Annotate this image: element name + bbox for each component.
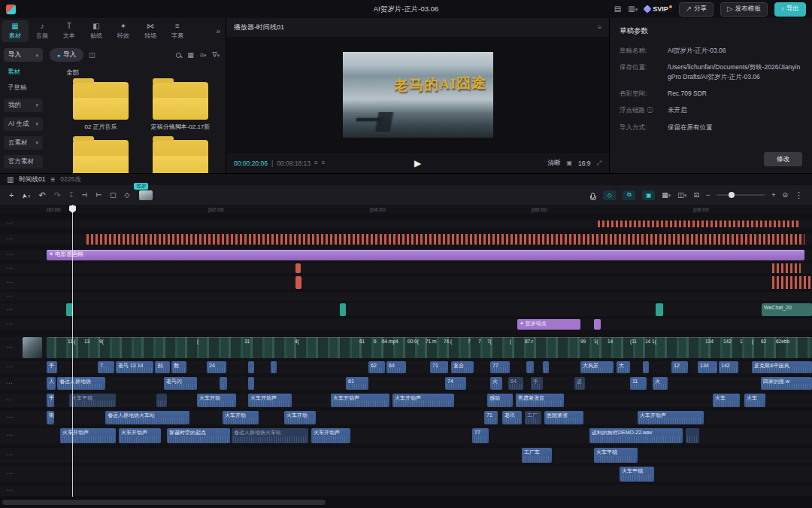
timeline-clip[interactable]: 71 bbox=[484, 411, 498, 424]
timeline-clip[interactable]: 人 bbox=[47, 377, 56, 390]
timeline-clip[interactable] bbox=[220, 377, 227, 390]
timeline-clip[interactable] bbox=[772, 276, 812, 289]
sort-icon[interactable]: ≡▾ bbox=[200, 52, 207, 59]
timeline-scrollbar[interactable] bbox=[0, 497, 812, 508]
timeline-clip[interactable] bbox=[594, 319, 601, 330]
import-button[interactable]: ●导入 bbox=[50, 48, 83, 62]
timeline-clip[interactable] bbox=[656, 303, 663, 316]
timeline-clip[interactable]: 64 bbox=[508, 377, 523, 390]
fullscreen-icon[interactable]: ⤢ bbox=[597, 160, 601, 167]
track-handle[interactable]: ⋯ bbox=[6, 397, 14, 403]
timeline-clip[interactable]: 大 bbox=[617, 361, 630, 373]
timeline-menu-icon[interactable]: ≡ bbox=[50, 176, 55, 184]
track-handle[interactable]: ⋯ bbox=[6, 293, 14, 300]
tab-text[interactable]: T文本 bbox=[56, 20, 83, 42]
tab-audio[interactable]: ♪音频 bbox=[29, 20, 56, 42]
timeline-clip[interactable]: 别. bbox=[155, 361, 170, 373]
timeline-clip[interactable]: 工厂 bbox=[525, 411, 541, 424]
zoom-out-button[interactable]: − bbox=[706, 192, 710, 199]
zoom-slider-knob[interactable] bbox=[729, 192, 735, 198]
timeline-clip[interactable]: 火车平稳 bbox=[594, 448, 638, 463]
timeline-clip[interactable]: 数 bbox=[171, 361, 186, 373]
track-handle[interactable]: ⋯ bbox=[6, 414, 14, 421]
scrollbar-thumb[interactable] bbox=[2, 500, 326, 505]
timeline-clip[interactable] bbox=[295, 276, 301, 289]
caption-button[interactable]: ⊡ bbox=[693, 192, 699, 199]
timeline-clip[interactable]: WeChat_20 bbox=[762, 303, 812, 316]
timeline-clip[interactable]: 大风景 bbox=[580, 361, 614, 373]
mask-tool[interactable]: ◇ bbox=[125, 192, 130, 199]
timeline-clip[interactable]: 火车开动声 bbox=[60, 428, 116, 443]
timecode-options-icon[interactable]: ≡ bbox=[314, 160, 318, 166]
timeline-clip[interactable]: 12 bbox=[671, 361, 688, 373]
timeline-clip[interactable]: 街 bbox=[47, 411, 54, 424]
track-handle[interactable]: ⋯ bbox=[6, 487, 14, 494]
timeline-clip[interactable]: 老马 13 14 bbox=[116, 361, 153, 373]
timeline-clip[interactable]: 皮克斯&中国风 bbox=[752, 361, 812, 373]
timeline-clip[interactable]: 迟到的旅程DEMO-22.wav bbox=[589, 428, 683, 443]
track-handle[interactable]: ⋯ bbox=[6, 364, 14, 370]
timeline-clip[interactable]: 迟 bbox=[574, 377, 585, 390]
folder-item[interactable]: 02 正片音乐 bbox=[66, 82, 135, 131]
timeline-clip[interactable]: 火车开动声 bbox=[392, 394, 454, 407]
timeline-clip[interactable]: 24 bbox=[207, 361, 226, 373]
timeline-clip[interactable]: 火车平稳 bbox=[69, 394, 116, 407]
timeline-clip[interactable]: 火车开动 bbox=[223, 411, 259, 424]
timeline-clip[interactable]: 火车平稳 bbox=[620, 467, 654, 482]
timeline-clip[interactable] bbox=[248, 361, 254, 373]
focus-icon[interactable]: ▣ bbox=[566, 160, 572, 166]
zoom-slider[interactable] bbox=[717, 194, 765, 196]
timeline-clip[interactable] bbox=[271, 361, 277, 373]
more-button[interactable]: ⋮ bbox=[795, 191, 803, 199]
timeline-clip[interactable] bbox=[23, 337, 42, 358]
publish-template-button[interactable]: ▷发布模板 bbox=[720, 2, 768, 17]
grid-view-icon[interactable]: ▦ bbox=[187, 52, 194, 59]
timeline-clip[interactable]: 工厂车 bbox=[522, 448, 552, 463]
timeline-clip[interactable]: ✦ 贺岁锚点 bbox=[517, 319, 580, 330]
track-handle[interactable]: ⋯ bbox=[6, 470, 14, 477]
timeline-clip[interactable]: 感动 bbox=[487, 394, 513, 407]
timeline-clip[interactable]: 火 bbox=[490, 377, 502, 390]
track-handle[interactable]: ⋯ bbox=[6, 306, 14, 313]
track-handle[interactable]: ⋯ bbox=[6, 221, 14, 227]
layout-icon[interactable]: ▥▾ bbox=[628, 5, 638, 13]
link-toggle[interactable]: ⧉ bbox=[623, 190, 635, 200]
track-handle[interactable]: ⋯ bbox=[6, 380, 14, 387]
export-button[interactable]: ↑导出 bbox=[774, 2, 806, 17]
shortcuts-icon[interactable]: ▤ bbox=[614, 5, 621, 13]
timecode-options-icon[interactable]: ≡ bbox=[322, 160, 326, 166]
tab-transition[interactable]: ⋈转场 bbox=[137, 20, 164, 42]
timeline-clip[interactable]: 穿越时空的起点 bbox=[167, 428, 230, 443]
trim-left-tool[interactable]: ⊣ bbox=[81, 192, 87, 199]
timeline-clip[interactable]: 74 bbox=[445, 377, 466, 390]
folder-item[interactable] bbox=[146, 140, 215, 173]
timeline-clip[interactable]: 手 bbox=[531, 377, 543, 390]
sidebar-item-cloud-material[interactable]: 云素材▾ bbox=[4, 136, 43, 150]
timeline-clip[interactable]: 火车开动声 bbox=[638, 411, 704, 424]
sidebar-item-ai-generate[interactable]: AI 生成▾ bbox=[4, 117, 43, 131]
timeline-clip[interactable]: 火车开动 bbox=[197, 394, 236, 407]
delete-button[interactable]: ▢ bbox=[110, 192, 117, 199]
track-handle[interactable]: ⋯ bbox=[6, 452, 14, 458]
timeline-clip[interactable] bbox=[86, 234, 804, 245]
add-button[interactable]: + bbox=[9, 191, 14, 199]
track-handle[interactable]: ⋯ bbox=[6, 265, 14, 272]
timeline-clip[interactable]: ✦ 电影感画幅 bbox=[47, 250, 804, 260]
filter-icon[interactable]: ∇▾ bbox=[212, 52, 220, 59]
timeline-clip[interactable]: 71 bbox=[430, 361, 448, 373]
timeline-clip[interactable]: 春运人群地铁火车站 bbox=[232, 428, 308, 443]
redo-button[interactable]: ↷ bbox=[54, 191, 61, 199]
split-tool[interactable]: ⌶ bbox=[69, 192, 73, 199]
folder-item[interactable]: 定稿分镜脚本-02.17新 bbox=[146, 82, 215, 131]
sidebar-item-mine[interactable]: 我的▾ bbox=[4, 99, 43, 112]
tab-effects[interactable]: ✦特效 bbox=[110, 20, 137, 42]
sidebar-item-material[interactable]: 素材 bbox=[4, 67, 43, 78]
timeline-clip[interactable]: 老玖 bbox=[502, 411, 522, 424]
select-tool[interactable]: ➤▾ bbox=[22, 191, 30, 199]
preview-axis-toggle[interactable]: ▣ bbox=[642, 190, 655, 200]
svip-badge[interactable]: SVIP bbox=[644, 5, 672, 13]
timeline-clip[interactable]: 火车 bbox=[713, 394, 740, 407]
timeline-clip[interactable]: 64 bbox=[386, 361, 406, 373]
timeline-clip[interactable]: 134 bbox=[698, 361, 717, 373]
timeline-clip[interactable]: 手 bbox=[47, 394, 54, 407]
